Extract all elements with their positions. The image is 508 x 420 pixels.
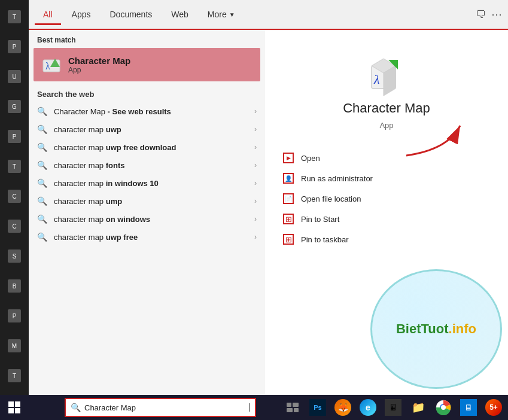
search-text-4: character map fonts — [54, 161, 248, 170]
tab-web[interactable]: Web — [163, 5, 197, 24]
svg-text:λ: λ — [45, 61, 50, 71]
action-pin-start[interactable]: ⊞ Pin to Start — [265, 209, 508, 229]
nav-bar-actions: 🗨 ⋯ — [476, 8, 502, 21]
search-text-1: Character Map - See web results — [54, 107, 248, 116]
search-text-2: character map uwp — [54, 125, 248, 134]
windows-logo — [8, 401, 20, 413]
svg-text:λ: λ — [373, 72, 380, 87]
chrome-icon[interactable] — [431, 395, 455, 419]
arrow-icon-2: › — [254, 125, 257, 133]
sidebar-item-ca[interactable]: C — [0, 212, 29, 241]
search-result-6[interactable]: 🔍 character map ump › — [29, 192, 265, 210]
photoshop-icon[interactable]: Ps — [306, 395, 330, 419]
start-button[interactable] — [0, 395, 29, 420]
feedback-icon[interactable]: 🗨 — [476, 8, 486, 21]
taskbar-search-icon: 🔍 — [71, 403, 81, 412]
tab-more[interactable]: More ▼ — [199, 5, 244, 24]
open-icon: ▶ — [283, 153, 294, 163]
calculator-icon[interactable]: 🖩 — [381, 395, 405, 419]
sidebar: T P U G P T C C S B P M T — [0, 0, 29, 420]
remote-desktop-icon[interactable]: 🖥 — [457, 395, 480, 419]
right-panel: λ Character Map App — [265, 30, 508, 395]
tab-documents[interactable]: Documents — [101, 5, 160, 24]
search-result-1[interactable]: 🔍 Character Map - See web results › — [29, 102, 265, 120]
best-match-title: Character Map — [68, 56, 130, 66]
search-result-4[interactable]: 🔍 character map fonts › — [29, 156, 265, 174]
search-text-6: character map ump — [54, 197, 248, 206]
watermark-text: BietTuot.info — [396, 321, 476, 337]
svg-rect-11 — [287, 408, 293, 412]
sidebar-item-t[interactable]: T — [0, 152, 29, 181]
action-run-admin-label: Run as administrator — [301, 174, 373, 183]
taskbar-icons: Ps 🦊 e 🖩 📁 🖥 5+ — [281, 395, 508, 419]
action-pin-taskbar[interactable]: ⊞ Pin to taskbar — [265, 229, 508, 249]
arrow-icon-8: › — [254, 233, 257, 241]
tab-all[interactable]: All — [35, 5, 61, 24]
arrow-icon-1: › — [254, 107, 257, 115]
action-file-location[interactable]: 📄 Open file location — [265, 188, 508, 209]
action-run-admin[interactable]: 👤 Run as administrator — [265, 168, 508, 188]
sidebar-item-ba[interactable]: B — [0, 272, 29, 300]
red-arrow-indicator — [400, 114, 472, 162]
app-detail-type: App — [379, 121, 393, 130]
sidebar-item-co[interactable]: C — [0, 182, 29, 211]
sidebar-item-p2[interactable]: P — [0, 122, 29, 151]
svg-rect-9 — [287, 403, 291, 407]
content-area: Best match λ Character Map A — [29, 30, 508, 395]
watermark-bubble: BietTuot.info — [370, 269, 502, 389]
svg-rect-10 — [293, 403, 299, 407]
taskbar-search-box[interactable]: 🔍 Character Map — [65, 398, 256, 417]
arrow-icon-6: › — [254, 197, 257, 205]
start-menu: All Apps Documents Web More ▼ 🗨 ⋯ Best m… — [29, 0, 508, 395]
search-icon-1: 🔍 — [37, 106, 48, 116]
search-text-8: character map uwp free — [54, 233, 248, 242]
sidebar-item-se[interactable]: S — [0, 242, 29, 270]
task-view-icon[interactable] — [281, 395, 305, 419]
taskbar-search-value[interactable]: Character Map — [84, 403, 246, 412]
run-admin-icon: 👤 — [283, 173, 294, 184]
svg-point-15 — [441, 405, 446, 410]
search-text-3: character map uwp free download — [54, 143, 248, 152]
search-result-8[interactable]: 🔍 character map uwp free › — [29, 228, 265, 246]
charmap-detail-icon: λ — [366, 54, 407, 96]
action-pin-start-label: Pin to Start — [301, 215, 339, 224]
taskbar: 🔍 Character Map Ps 🦊 e 🖩 📁 — [0, 395, 508, 420]
search-text-7: character map on windows — [54, 215, 248, 224]
sidebar-item-m[interactable]: M — [0, 331, 29, 360]
more-options-icon[interactable]: ⋯ — [491, 8, 502, 21]
arrow-icon-7: › — [254, 215, 257, 223]
charmap-app-icon: λ — [41, 54, 62, 75]
tab-apps[interactable]: Apps — [63, 5, 99, 24]
edge-icon[interactable]: e — [356, 395, 380, 419]
sidebar-item-1[interactable]: T — [0, 2, 29, 31]
arrow-icon-3: › — [254, 143, 257, 151]
search-icon-5: 🔍 — [37, 178, 48, 188]
best-match-text: Character Map App — [68, 56, 130, 74]
svg-rect-12 — [294, 408, 299, 412]
search-icon-6: 🔍 — [37, 196, 48, 206]
search-result-5[interactable]: 🔍 character map in windows 10 › — [29, 174, 265, 192]
pin-taskbar-icon: ⊞ — [283, 234, 294, 245]
action-pin-taskbar-label: Pin to taskbar — [301, 235, 349, 244]
left-panel: Best match λ Character Map A — [29, 30, 265, 395]
search-result-2[interactable]: 🔍 character map uwp › — [29, 120, 265, 138]
firefox-icon[interactable]: 🦊 — [331, 395, 355, 419]
arrow-icon-4: › — [254, 161, 257, 169]
sidebar-item-g[interactable]: G — [0, 92, 29, 121]
best-match-item[interactable]: λ Character Map App — [34, 48, 260, 81]
search-result-3[interactable]: 🔍 character map uwp free download › — [29, 138, 265, 156]
action-file-location-label: Open file location — [301, 194, 361, 203]
best-match-subtitle: App — [68, 66, 130, 74]
sidebar-item-u[interactable]: U — [0, 62, 29, 91]
file-explorer-icon[interactable]: 📁 — [406, 395, 430, 419]
sidebar-item-th[interactable]: T — [0, 361, 29, 390]
search-icon-7: 🔍 — [37, 214, 48, 224]
search-icon-2: 🔍 — [37, 124, 48, 134]
sidebar-item-2[interactable]: P — [0, 32, 29, 61]
sidebar-item-pe[interactable]: P — [0, 302, 29, 330]
action-open-label: Open — [301, 154, 320, 163]
search-result-7[interactable]: 🔍 character map on windows › — [29, 210, 265, 228]
file-location-icon: 📄 — [283, 193, 294, 204]
search-icon-4: 🔍 — [37, 160, 48, 170]
avast-icon[interactable]: 5+ — [482, 395, 506, 419]
